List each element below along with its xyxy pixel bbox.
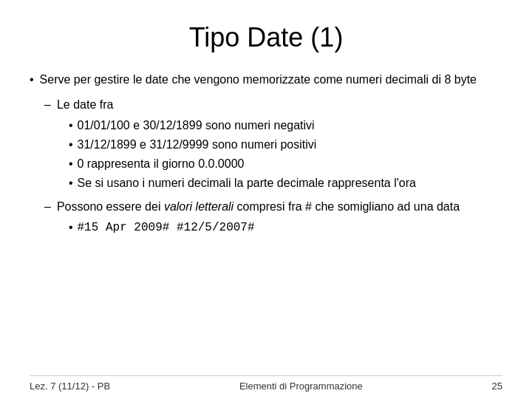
dash-2-content: Possono essere dei valori letterali comp… bbox=[57, 198, 502, 238]
dash-item-1: – Le date fra • 01/01/100 e 30/12/1899 s… bbox=[44, 96, 502, 194]
sub-bullet-2-1: • #15 Apr 2009# #12/5/2007# bbox=[69, 219, 502, 236]
sub-bullet-1-1: • 01/01/100 e 30/12/1899 sono numeri neg… bbox=[69, 117, 502, 134]
dash-2-label-suffix: compresi fra # che somigliano ad una dat… bbox=[233, 200, 460, 213]
main-bullet-text: Serve per gestire le date che vengono me… bbox=[40, 71, 477, 89]
slide-title: Tipo Date (1) bbox=[30, 22, 502, 53]
sub-bullets-1: • 01/01/100 e 30/12/1899 sono numeri neg… bbox=[69, 117, 502, 192]
sub-bullet-1-3: • 0 rappresenta il giorno 0.0.0000 bbox=[69, 155, 502, 173]
sub-bullet-text-2-1: #15 Apr 2009# #12/5/2007# bbox=[78, 219, 255, 236]
dash-2-label-italic: valori letterali bbox=[164, 200, 233, 213]
dash-2-label-prefix: Possono essere dei bbox=[57, 200, 164, 213]
footer-center: Elementi di Programmazione bbox=[239, 381, 363, 392]
sub-bullet-text-1-2: 31/12/1899 e 31/12/9999 sono numeri posi… bbox=[78, 136, 317, 154]
slide-content: • Serve per gestire le date che vengono … bbox=[30, 71, 502, 375]
sub-bullet-text-1-3: 0 rappresenta il giorno 0.0.0000 bbox=[78, 155, 245, 173]
sub-bullet-dot-1-2: • bbox=[69, 136, 73, 154]
dash-1: – bbox=[44, 96, 51, 194]
sub-bullet-dot-1-4: • bbox=[69, 174, 73, 192]
slide-container: Tipo Date (1) • Serve per gestire le dat… bbox=[0, 0, 532, 399]
dash-2: – bbox=[44, 198, 51, 238]
sub-bullet-text-1-1: 01/01/100 e 30/12/1899 sono numeri negat… bbox=[78, 117, 315, 134]
main-bullet: • Serve per gestire le date che vengono … bbox=[30, 71, 502, 89]
sub-bullet-dot-2-1: • bbox=[69, 219, 73, 236]
slide-footer: Lez. 7 (11/12) - PB Elementi di Programm… bbox=[30, 375, 502, 392]
sub-bullet-dot-1-1: • bbox=[69, 117, 73, 134]
dash-1-label: Le date fra bbox=[57, 96, 502, 114]
dash-2-label: Possono essere dei valori letterali comp… bbox=[57, 198, 502, 216]
footer-right: 25 bbox=[492, 381, 502, 392]
sub-list: – Le date fra • 01/01/100 e 30/12/1899 s… bbox=[44, 96, 502, 238]
dash-item-2: – Possono essere dei valori letterali co… bbox=[44, 198, 502, 238]
sub-bullets-2: • #15 Apr 2009# #12/5/2007# bbox=[69, 219, 502, 236]
sub-bullet-dot-1-3: • bbox=[69, 155, 73, 173]
dash-1-content: Le date fra • 01/01/100 e 30/12/1899 son… bbox=[57, 96, 502, 194]
footer-left: Lez. 7 (11/12) - PB bbox=[30, 381, 110, 392]
sub-bullet-1-4: • Se si usano i numeri decimali la parte… bbox=[69, 174, 502, 192]
main-bullet-dot: • bbox=[30, 71, 34, 89]
sub-bullet-text-1-4: Se si usano i numeri decimali la parte d… bbox=[78, 174, 416, 192]
sub-bullet-1-2: • 31/12/1899 e 31/12/9999 sono numeri po… bbox=[69, 136, 502, 154]
